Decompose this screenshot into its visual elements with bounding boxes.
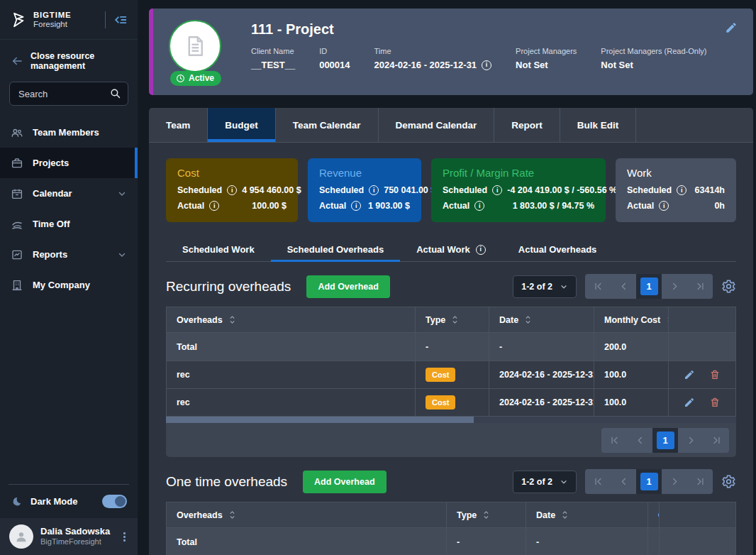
table-row: rec Cost 2024-02-16 - 2025-12-31 100.0	[167, 389, 736, 417]
info-icon[interactable]: i	[369, 185, 379, 195]
prev-page-button[interactable]	[627, 428, 652, 453]
next-page-button[interactable]	[662, 469, 687, 494]
add-overhead-button[interactable]: Add Overhead	[303, 471, 386, 493]
last-page-button[interactable]	[687, 274, 713, 299]
column-header-overheads[interactable]: Overheads	[167, 502, 447, 528]
page-range-label: 1-2 of 2	[521, 282, 552, 292]
back-arrow-icon	[11, 55, 23, 67]
horizontal-scrollbar[interactable]	[166, 417, 736, 423]
search-icon[interactable]	[109, 87, 121, 101]
subtab-actual-overheads[interactable]: Actual Overheads	[502, 238, 613, 261]
next-page-button[interactable]	[678, 428, 704, 453]
page-size-dropdown[interactable]: 1-2 of 2	[513, 471, 577, 493]
total-cost	[648, 528, 660, 555]
project-banner: Active 111 - Project Client Name __TEST_…	[149, 9, 753, 95]
edit-row-pencil-icon[interactable]	[684, 397, 695, 408]
tab-budget[interactable]: Budget	[208, 108, 276, 142]
subtab-scheduled-overheads[interactable]: Scheduled Overheads	[271, 238, 401, 261]
sidebar-item-projects[interactable]: Projects	[0, 148, 138, 178]
last-page-button[interactable]	[687, 469, 713, 494]
tab-bulk-edit[interactable]: Bulk Edit	[560, 108, 637, 142]
page-1-button[interactable]: 1	[640, 278, 658, 295]
info-icon[interactable]: i	[351, 201, 361, 211]
reports-icon	[11, 248, 23, 261]
dark-mode-toggle[interactable]	[102, 495, 127, 508]
column-header-type[interactable]: Type	[447, 502, 526, 528]
scheduled-value: 4 954 460.00 $	[242, 185, 301, 195]
sidebar-item-my-company[interactable]: My Company	[0, 270, 138, 300]
prev-page-button[interactable]	[611, 274, 636, 299]
edit-row-pencil-icon[interactable]	[684, 369, 695, 380]
column-header-date[interactable]: Date	[526, 502, 648, 528]
projects-icon	[11, 157, 23, 170]
field-time: Time 2024-02-16 - 2025-12-31 i	[374, 47, 492, 70]
table-settings-gear-icon[interactable]	[721, 279, 736, 294]
column-header-overheads[interactable]: Overheads	[167, 307, 416, 333]
overhead-monthly-cost: 100.0	[594, 389, 669, 417]
user-bar[interactable]: Dalia Sadowska BigTimeForesight	[0, 518, 138, 555]
dark-mode-row: Dark Mode	[0, 485, 138, 518]
sort-icon[interactable]	[228, 315, 236, 324]
sidebar-item-calendar[interactable]: Calendar	[0, 178, 138, 209]
actual-value: 100.00 $	[252, 201, 287, 211]
info-icon[interactable]: i	[492, 185, 502, 195]
tab-demand-calendar[interactable]: Demand Calendar	[379, 108, 495, 142]
field-project-managers-readonly: Project Managers (Read-Only) Not Set	[601, 47, 706, 70]
column-header-type[interactable]: Type	[416, 307, 489, 333]
page-1-button[interactable]: 1	[657, 432, 674, 449]
sidebar-collapse-icon[interactable]	[113, 12, 128, 28]
info-icon[interactable]: i	[227, 185, 237, 195]
tab-team[interactable]: Team	[149, 108, 208, 142]
actual-value: 1 803.00 $ / 94.75 %	[513, 201, 594, 211]
sidebar-item-team-members[interactable]: Team Members	[0, 117, 138, 148]
info-icon[interactable]: i	[209, 201, 219, 211]
sort-icon[interactable]	[451, 315, 459, 324]
column-header-actions	[669, 307, 736, 333]
first-page-button[interactable]	[601, 428, 627, 453]
info-icon[interactable]: i	[476, 245, 486, 255]
first-page-button[interactable]	[585, 469, 611, 494]
sidebar-item-time-off[interactable]: Time Off	[0, 209, 138, 239]
page-1-button[interactable]: 1	[640, 473, 658, 490]
info-icon[interactable]: i	[482, 60, 491, 70]
sidebar-item-reports[interactable]: Reports	[0, 239, 138, 270]
last-page-button[interactable]	[704, 428, 729, 453]
user-avatar	[9, 524, 33, 549]
subtab-label: Scheduled Overheads	[287, 244, 384, 255]
first-page-button[interactable]	[585, 274, 611, 299]
column-header-monthly-cost[interactable]: Monthly Cost	[594, 307, 669, 333]
column-header-cost[interactable]: Cost	[648, 502, 660, 528]
info-icon[interactable]: i	[659, 201, 669, 211]
tab-report[interactable]: Report	[494, 108, 560, 142]
close-resource-management-link[interactable]: Close resource management	[0, 40, 138, 71]
info-icon[interactable]: i	[677, 185, 686, 195]
user-menu-kebab-icon[interactable]	[121, 529, 128, 544]
dark-mode-label: Dark Mode	[30, 496, 77, 507]
field-project-managers: Project Managers Not Set	[516, 47, 577, 70]
next-page-button[interactable]	[662, 274, 687, 299]
budget-content: Cost Scheduled i 4 954 460.00 $ Actual i…	[149, 143, 753, 555]
sort-icon[interactable]	[561, 510, 569, 520]
subtab-actual-work[interactable]: Actual Worki	[400, 238, 502, 261]
column-label: Type	[426, 315, 445, 325]
sort-icon[interactable]	[524, 315, 532, 324]
sort-icon[interactable]	[482, 510, 490, 520]
delete-row-trash-icon[interactable]	[709, 369, 721, 380]
subtab-scheduled-work[interactable]: Scheduled Work	[166, 238, 271, 261]
edit-project-pencil-icon[interactable]	[725, 21, 738, 34]
tab-team-calendar[interactable]: Team Calendar	[276, 108, 379, 142]
add-overhead-button[interactable]: Add Overhead	[306, 275, 389, 298]
scrollbar-thumb[interactable]	[166, 417, 474, 423]
row-label: Actual	[627, 201, 654, 211]
column-header-date[interactable]: Date	[489, 307, 594, 333]
info-icon[interactable]: i	[474, 201, 484, 211]
summary-cards: Cost Scheduled i 4 954 460.00 $ Actual i…	[166, 158, 736, 222]
subtab-label: Scheduled Work	[182, 244, 255, 255]
page-size-dropdown[interactable]: 1-2 of 2	[513, 275, 577, 298]
table-settings-gear-icon[interactable]	[721, 474, 736, 489]
delete-row-trash-icon[interactable]	[709, 397, 721, 408]
overhead-monthly-cost: 100.0	[594, 361, 669, 389]
section-title: One time overheads	[166, 474, 287, 490]
prev-page-button[interactable]	[611, 469, 636, 494]
sort-icon[interactable]	[228, 510, 236, 520]
